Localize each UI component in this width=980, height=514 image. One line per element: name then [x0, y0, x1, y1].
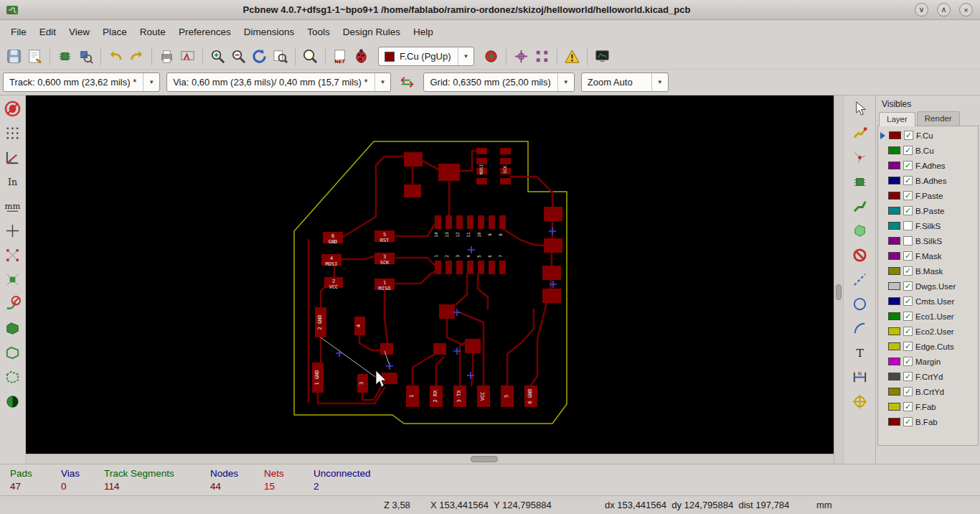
layer-visibility-checkbox[interactable]: ✓	[903, 357, 913, 366]
layer-row-cmts-user[interactable]: ✓Cmts.User	[878, 294, 978, 309]
polar-coords-icon[interactable]	[3, 148, 22, 167]
via-size-select[interactable]: Via: 0,60 mm (23,6 mils)/ 0,40 mm (15,7 …	[166, 73, 391, 92]
zones-show-icon[interactable]	[3, 319, 22, 338]
menu-item-file[interactable]: File	[4, 23, 33, 41]
layer-row-dwgs-user[interactable]: ✓Dwgs.User	[878, 279, 978, 294]
layer-row-f-fab[interactable]: ✓F.Fab	[878, 399, 978, 414]
units-inch-icon[interactable]: In	[3, 172, 22, 192]
track-width-select[interactable]: Track: 0,600 mm (23,62 mils) * ▼	[3, 73, 160, 92]
vertical-scrollbar-thumb[interactable]	[836, 284, 842, 300]
pcb-canvas[interactable]: 6GND5RST4MOSI3SCK2VCC1MISO2 GND1 GND4312…	[26, 95, 834, 454]
layer-color-swatch[interactable]	[888, 146, 900, 154]
layer-row-f-mask[interactable]: ✓F.Mask	[878, 248, 978, 263]
module-viewer-icon[interactable]	[76, 47, 95, 66]
layer-row-b-mask[interactable]: ✓B.Mask	[878, 263, 978, 279]
select-tool-icon[interactable]	[850, 99, 870, 118]
chevron-down-icon[interactable]: ▼	[651, 73, 668, 91]
layer-visibility-checkbox[interactable]: ✓	[903, 417, 913, 426]
layer-selector[interactable]: F.Cu (PgUp) ▼	[378, 47, 474, 66]
tab-render[interactable]: Render	[917, 111, 960, 126]
netlist-icon[interactable]: NET	[331, 47, 350, 66]
layer-row-f-adhes[interactable]: ✓F.Adhes	[878, 158, 978, 173]
layer-row-edge-cuts[interactable]: ✓Edge.Cuts	[878, 339, 978, 354]
autodelete-track-icon[interactable]	[3, 294, 22, 314]
local-ratsnest-icon[interactable]	[850, 148, 870, 167]
tab-layer[interactable]: Layer	[879, 112, 915, 126]
high-contrast-icon[interactable]	[3, 392, 22, 411]
layer-color-swatch[interactable]	[888, 373, 900, 380]
layer-color-swatch[interactable]	[888, 192, 900, 200]
menu-item-dimensions[interactable]: Dimensions	[237, 23, 301, 41]
layer-row-f-cu[interactable]: ✓F.Cu	[878, 128, 978, 143]
layer-row-b-crtyd[interactable]: ✓B.CrtYd	[878, 384, 978, 399]
menu-item-route[interactable]: Route	[133, 23, 172, 41]
layer-color-swatch[interactable]	[888, 252, 900, 260]
layer-row-eco2-user[interactable]: ✓Eco2.User	[878, 324, 978, 339]
module-editor-icon[interactable]	[55, 47, 75, 66]
layer-row-margin[interactable]: ✓Margin	[878, 354, 978, 369]
highlight-net-icon[interactable]	[850, 123, 870, 143]
layer-color-swatch[interactable]	[888, 267, 900, 275]
zoom-fit-icon[interactable]	[270, 47, 290, 66]
minimize-button[interactable]: ∨	[915, 3, 928, 17]
zoom-redraw-icon[interactable]	[250, 47, 269, 66]
layer-color-swatch[interactable]	[888, 162, 900, 169]
route-track-icon[interactable]	[850, 197, 870, 216]
print-icon[interactable]	[157, 47, 176, 66]
layer-visibility-checkbox[interactable]	[903, 236, 913, 246]
close-button[interactable]: ×	[959, 3, 973, 17]
menu-item-edit[interactable]: Edit	[33, 23, 62, 41]
add-dimension-icon[interactable]: N	[850, 368, 870, 387]
chevron-down-icon[interactable]: ▼	[557, 73, 574, 91]
menu-item-place[interactable]: Place	[96, 23, 133, 41]
layer-visibility-checkbox[interactable]: ✓	[903, 191, 913, 200]
save-icon[interactable]	[4, 47, 24, 66]
layer-row-b-silks[interactable]: B.SilkS	[878, 233, 978, 248]
layer-color-swatch[interactable]	[888, 418, 900, 426]
layer-color-swatch[interactable]	[888, 297, 900, 305]
add-target-icon[interactable]	[850, 392, 870, 411]
drc-off-icon[interactable]	[3, 99, 22, 118]
add-zone-icon[interactable]	[850, 221, 870, 240]
layer-visibility-checkbox[interactable]: ✓	[903, 176, 913, 185]
add-circle-icon[interactable]	[850, 294, 870, 314]
add-graphic-line-icon[interactable]	[850, 270, 870, 289]
layer-color-swatch[interactable]	[888, 388, 900, 396]
add-keepout-icon[interactable]	[850, 246, 870, 265]
grid-visibility-icon[interactable]	[3, 123, 22, 143]
cursor-shape-icon[interactable]	[3, 221, 22, 240]
plot-icon[interactable]	[178, 47, 197, 66]
layer-visibility-checkbox[interactable]: ✓	[903, 206, 913, 215]
layer-color-swatch[interactable]	[888, 177, 900, 184]
layer-row-f-paste[interactable]: ✓F.Paste	[878, 188, 978, 203]
menu-item-help[interactable]: Help	[407, 23, 440, 41]
chevron-down-icon[interactable]: ▼	[143, 73, 159, 91]
chevron-down-icon[interactable]: ▼	[458, 47, 474, 65]
layer-row-eco1-user[interactable]: ✓Eco1.User	[878, 309, 978, 324]
layer-row-b-paste[interactable]: ✓B.Paste	[878, 203, 978, 218]
menu-item-tools[interactable]: Tools	[301, 23, 336, 41]
layer-row-f-crtyd[interactable]: ✓F.CrtYd	[878, 369, 978, 384]
maximize-button[interactable]: ∧	[937, 3, 951, 17]
layer-visibility-checkbox[interactable]: ✓	[903, 281, 913, 291]
zoom-select[interactable]: Zoom Auto ▼	[581, 73, 669, 92]
vertical-scrollbar[interactable]	[834, 95, 843, 464]
page-settings-icon[interactable]	[25, 47, 44, 66]
layer-color-swatch[interactable]	[888, 312, 900, 320]
module-ratsnest-icon[interactable]	[3, 270, 22, 289]
layer-visibility-checkbox[interactable]: ✓	[903, 146, 913, 155]
horizontal-scrollbar-thumb[interactable]	[471, 456, 498, 462]
layer-color-swatch[interactable]	[888, 327, 900, 335]
zones-hide-icon[interactable]	[3, 343, 22, 363]
layer-visibility-checkbox[interactable]: ✓	[903, 327, 913, 336]
add-footprint-icon[interactable]	[850, 172, 870, 192]
layer-color-swatch[interactable]	[888, 237, 900, 245]
undo-icon[interactable]	[106, 47, 126, 66]
layer-color-swatch[interactable]	[888, 207, 900, 215]
layer-visibility-checkbox[interactable]: ✓	[903, 342, 913, 351]
layer-visibility-checkbox[interactable]: ✓	[903, 296, 913, 306]
find-icon[interactable]	[301, 47, 320, 66]
layer-visibility-checkbox[interactable]: ✓	[903, 402, 913, 411]
ratsnest-icon[interactable]	[3, 246, 22, 265]
menu-item-view[interactable]: View	[62, 23, 96, 41]
